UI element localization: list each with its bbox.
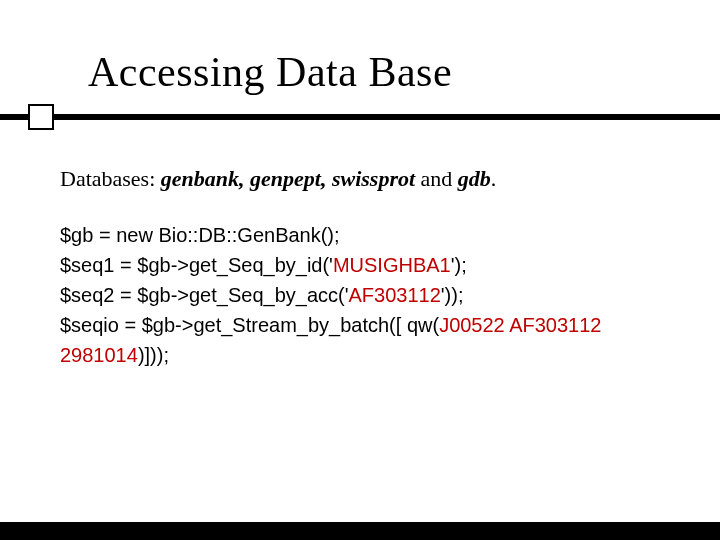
code-line-1: $gb = new Bio::DB::GenBank();	[60, 220, 664, 250]
code-l2b: ');	[451, 254, 467, 276]
code-l2a: $seq1 = $gb->get_Seq_by_id('	[60, 254, 333, 276]
title-area: Accessing Data Base	[0, 0, 720, 96]
slide-body: Databases: genbank, genpept, swissprot a…	[0, 152, 720, 370]
db-middle: and	[415, 166, 458, 191]
code-l3b: '));	[441, 284, 464, 306]
code-l3-highlight: AF303112	[348, 284, 440, 306]
code-line-3: $seq2 = $gb->get_Seq_by_acc('AF303112'))…	[60, 280, 664, 310]
databases-line: Databases: genbank, genpept, swissprot a…	[60, 166, 664, 192]
slide-title: Accessing Data Base	[88, 48, 720, 96]
footer-bar	[0, 522, 720, 540]
db-suffix: .	[491, 166, 497, 191]
db-last: gdb	[458, 166, 491, 191]
code-block: $gb = new Bio::DB::GenBank(); $seq1 = $g…	[60, 220, 664, 370]
slide: Accessing Data Base Databases: genbank, …	[0, 0, 720, 540]
db-list: genbank, genpept, swissprot	[161, 166, 415, 191]
code-l4a: $seqio = $gb->get_Stream_by_batch([ qw(	[60, 314, 439, 336]
code-line-2: $seq1 = $gb->get_Seq_by_id('MUSIGHBA1');	[60, 250, 664, 280]
horizontal-rule	[0, 114, 720, 120]
code-l2-highlight: MUSIGHBA1	[333, 254, 451, 276]
code-l4b: )]));	[138, 344, 169, 366]
code-l3a: $seq2 = $gb->get_Seq_by_acc('	[60, 284, 348, 306]
title-rule	[0, 104, 720, 152]
db-prefix: Databases:	[60, 166, 161, 191]
bullet-box-icon	[28, 104, 54, 130]
code-line-4: $seqio = $gb->get_Stream_by_batch([ qw(J…	[60, 310, 664, 370]
